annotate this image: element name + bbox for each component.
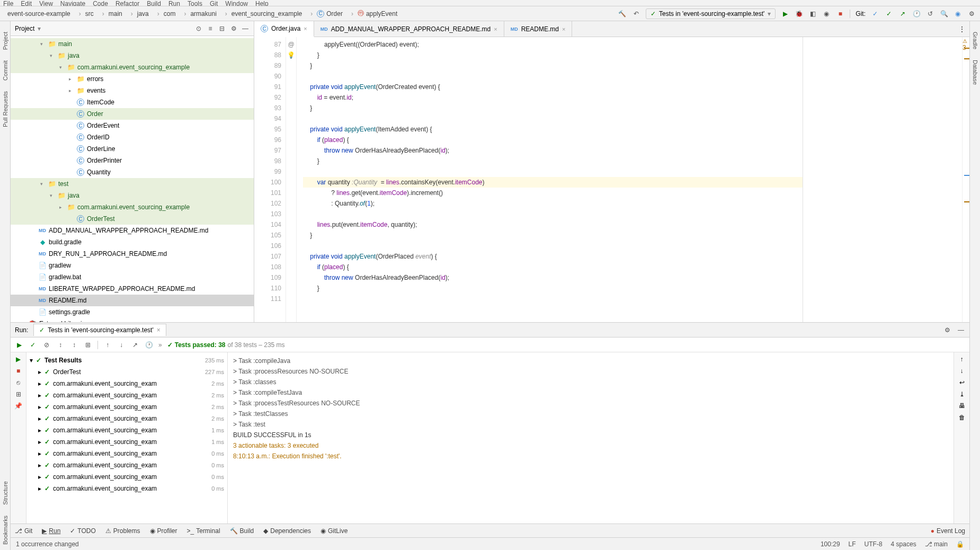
breadcrumb-item[interactable]: event-source-example <box>4 8 74 19</box>
test-item[interactable]: ▸✓com.armakuni.event_sourcing_exam0 ms <box>26 459 227 471</box>
menu-view[interactable]: View <box>39 0 53 6</box>
tree-item[interactable]: CItemCode <box>11 96 254 108</box>
scroll-icon[interactable]: ⤓ <box>959 391 965 398</box>
editor-tab[interactable]: MDADD_MANUAL_WRAPPER_APPROACH_README.md× <box>314 21 504 37</box>
breadcrumb-item[interactable]: main <box>97 8 126 19</box>
tree-item[interactable]: COrderID <box>11 131 254 143</box>
code-area[interactable]: applyEvent((OrderPlaced) event); } } pri… <box>297 37 803 322</box>
test-item[interactable]: ▸✓com.armakuni.event_sourcing_exam1 ms <box>26 436 227 448</box>
bookmarks-tool-button[interactable]: Bookmarks <box>2 516 8 545</box>
build-icon[interactable]: 🔨 <box>618 10 627 18</box>
git-commit-icon[interactable]: ✓ <box>885 10 893 18</box>
collapse-icon[interactable]: ⊟ <box>218 24 226 33</box>
test-item[interactable]: ▸✓com.armakuni.event_sourcing_exam2 ms <box>26 401 227 413</box>
encoding[interactable]: UTF-8 <box>865 540 883 548</box>
tree-item[interactable]: COrderPrinter <box>11 155 254 166</box>
git-rollback-icon[interactable]: ↺ <box>926 10 934 18</box>
tree-item[interactable]: 📄gradlew <box>11 260 254 271</box>
tool-git[interactable]: ⎇Git <box>15 527 32 535</box>
tree-item[interactable]: ▸📁com.armakuni.event_sourcing_example <box>11 201 254 213</box>
line-sep[interactable]: LF <box>849 540 856 548</box>
tree-item[interactable]: MDREADME.md <box>11 295 254 306</box>
tool-gitlive[interactable]: ◉GitLive <box>320 527 348 535</box>
test-item[interactable]: ▸✓com.armakuni.event_sourcing_exam2 ms <box>26 378 227 389</box>
breadcrumb-item[interactable]: java <box>126 8 152 19</box>
menu-help[interactable]: Help <box>255 0 269 6</box>
database-tool-button[interactable]: Database <box>972 60 978 85</box>
breadcrumb-item[interactable]: ⓜ applyEvent <box>346 8 400 19</box>
git-push-icon[interactable]: ↗ <box>898 10 907 18</box>
history-icon[interactable]: 🕐 <box>145 341 153 349</box>
rerun2-icon[interactable]: ▶ <box>16 356 21 363</box>
breadcrumb-item[interactable]: src <box>74 8 97 19</box>
ide-settings-icon[interactable]: ⚙ <box>967 10 976 18</box>
tool-profiler[interactable]: ◉Profiler <box>150 527 177 535</box>
debug-icon[interactable]: 🐞 <box>795 10 803 18</box>
tree-item[interactable]: COrderEvent <box>11 120 254 131</box>
tree-item[interactable]: ▸📚External Libraries <box>11 318 254 322</box>
rerun-icon[interactable]: ▶ <box>15 341 23 349</box>
tree-item[interactable]: ▸📁errors <box>11 73 254 85</box>
tree-item[interactable]: ▾📁java <box>11 190 254 201</box>
run-tab[interactable]: ✓ Tests in 'event-sourcing-example.test'… <box>33 324 166 336</box>
tree-item[interactable]: COrderTest <box>11 213 254 225</box>
stop2-icon[interactable]: ■ <box>16 367 20 375</box>
menu-refactor[interactable]: Refactor <box>115 0 139 6</box>
pull-requests-tool-button[interactable]: Pull Requests <box>2 91 8 127</box>
menu-navigate[interactable]: Navigate <box>60 0 85 6</box>
back-icon[interactable]: ↶ <box>632 10 640 18</box>
settings-icon[interactable]: ⚙ <box>229 24 238 33</box>
expand-icon[interactable]: ≡ <box>206 24 215 33</box>
hide-icon[interactable]: — <box>241 24 250 33</box>
stop-icon[interactable]: ■ <box>836 10 844 18</box>
tree-item[interactable]: CQuantity <box>11 166 254 178</box>
menu-window[interactable]: Window <box>225 0 248 6</box>
tree-item[interactable]: MDLIBERATE_WRAPPED_APPROACH_README.md <box>11 283 254 295</box>
tree-item[interactable]: 📄gradlew.bat <box>11 271 254 283</box>
down-icon[interactable]: ↓ <box>960 367 964 375</box>
tree-item[interactable]: MDADD_MANUAL_WRAPPER_APPROACH_README.md <box>11 225 254 236</box>
editor-tab[interactable]: MDREADME.md× <box>504 21 573 37</box>
toggle-ignore-icon[interactable]: ⊘ <box>42 341 51 349</box>
prev-icon[interactable]: ↑ <box>103 341 112 349</box>
run-settings-icon[interactable]: ⚙ <box>943 326 951 334</box>
breadcrumb-item[interactable]: event_sourcing_example <box>220 8 305 19</box>
run-icon[interactable]: ▶ <box>781 10 789 18</box>
toggle-pass-icon[interactable]: ✓ <box>29 341 37 349</box>
commit-tool-button[interactable]: Commit <box>2 60 8 81</box>
menu-run[interactable]: Run <box>168 0 180 6</box>
menu-file[interactable]: File <box>3 0 13 6</box>
test-root[interactable]: ▾✓Test Results235 ms <box>26 354 227 366</box>
tree-item[interactable]: ▾📁test <box>11 178 254 190</box>
tree-item[interactable]: ◆build.gradle <box>11 236 254 248</box>
profile-icon[interactable]: ◉ <box>822 10 831 18</box>
tabs-more-icon[interactable]: ⋮ <box>955 21 969 37</box>
tool-run[interactable]: ▶Run <box>42 527 60 535</box>
menu-build[interactable]: Build <box>147 0 161 6</box>
gradle-tool-button[interactable]: Gradle <box>972 32 978 49</box>
test-item[interactable]: ▸✓com.armakuni.event_sourcing_exam0 ms <box>26 483 227 494</box>
caret-pos[interactable]: 100:29 <box>821 540 840 548</box>
up-icon[interactable]: ↑ <box>960 356 964 363</box>
tree-item[interactable]: ▾📁main <box>11 38 254 50</box>
tree-item[interactable]: ▾📁java <box>11 50 254 61</box>
wrap-icon[interactable]: ↩ <box>959 379 965 386</box>
warning-badge[interactable]: ⚠ 3 <box>963 38 968 51</box>
tool-problems[interactable]: ⚠Problems <box>105 527 140 535</box>
event-log-button[interactable]: ●Event Log <box>931 527 965 535</box>
tree-item[interactable]: MDDRY_RUN_1_APPROACH_README.md <box>11 248 254 260</box>
test-item[interactable]: ▸✓com.armakuni.event_sourcing_exam0 ms <box>26 448 227 459</box>
tree-item[interactable]: ▸📁events <box>11 85 254 96</box>
tree-item[interactable]: COrderLine <box>11 143 254 155</box>
test-item[interactable]: ▸✓com.armakuni.event_sourcing_exam2 ms <box>26 413 227 424</box>
run-hide-icon[interactable]: — <box>957 326 965 334</box>
tool-build[interactable]: 🔨Build <box>230 527 254 535</box>
locate-icon[interactable]: ⊙ <box>194 24 203 33</box>
settings-sync-icon[interactable]: ◉ <box>954 10 962 18</box>
test-tree[interactable]: ▾✓Test Results235 ms▸✓OrderTest227 ms▸✓c… <box>26 352 228 524</box>
error-stripe[interactable]: ⚠ 3 <box>962 37 969 322</box>
git-history-icon[interactable]: 🕐 <box>912 10 921 18</box>
project-tool-button[interactable]: Project <box>2 32 8 50</box>
tool-dependencies[interactable]: ◆Dependencies <box>263 527 311 535</box>
tree-item[interactable]: COrder <box>11 108 254 120</box>
